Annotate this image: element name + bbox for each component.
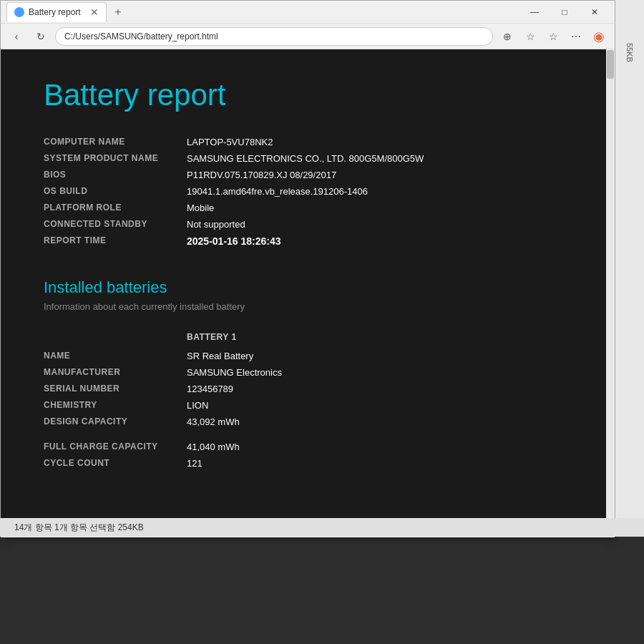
info-row-computer-name: COMPUTER NAME LAPTOP-5VU78NK2 [44, 134, 572, 150]
battery-row-design-capacity: DESIGN CAPACITY 43,092 mWh [44, 414, 572, 430]
more-options-icon[interactable]: ⋯ [566, 26, 586, 47]
browser-window: Battery report ✕ + — □ ✕ ‹ ↻ C:/Users/SA… [0, 0, 615, 537]
battery-header-row: BATTERY 1 [44, 329, 572, 348]
value-chemistry: LION [187, 400, 572, 411]
favorites-icon[interactable]: ☆ [520, 26, 540, 47]
status-bar-text: 14개 항목 1개 항목 선택함 254KB [14, 522, 144, 534]
battery-row-serial: SERIAL NUMBER 123456789 [44, 381, 572, 397]
refresh-button[interactable]: ↻ [31, 26, 51, 47]
label-connected-standby: CONNECTED STANDBY [44, 219, 187, 230]
value-report-time: 2025-01-16 18:26:43 [187, 235, 572, 247]
system-info-table: COMPUTER NAME LAPTOP-5VU78NK2 SYSTEM PRO… [44, 134, 572, 250]
profile-icon[interactable]: ◉ [589, 26, 609, 47]
section-title-batteries: Installed batteries [44, 278, 572, 297]
label-computer-name: COMPUTER NAME [44, 137, 187, 147]
tab-label: Battery report [29, 7, 81, 17]
info-row-report-time: REPORT TIME 2025-01-16 18:26:43 [44, 233, 572, 250]
tab-area: Battery report ✕ + [6, 1, 520, 23]
label-system-product: SYSTEM PRODUCT NAME [44, 153, 187, 164]
address-bar[interactable]: C:/Users/SAMSUNG/battery_report.html [55, 27, 493, 46]
battery-row-name: NAME SR Real Battery [44, 348, 572, 364]
window-controls: — □ ✕ [520, 1, 609, 24]
info-row-connected-standby: CONNECTED STANDBY Not supported [44, 216, 572, 233]
maximize-button[interactable]: □ [550, 1, 579, 24]
minimize-button[interactable]: — [520, 1, 549, 24]
info-row-system-product: SYSTEM PRODUCT NAME SAMSUNG ELECTRONICS … [44, 150, 572, 167]
label-cycle-count: CYCLE COUNT [44, 458, 187, 469]
value-bios: P11RDV.075.170829.XJ 08/29/2017 [187, 170, 572, 180]
label-manufacturer: MANUFACTURER [44, 367, 187, 378]
label-platform-role: PLATFORM ROLE [44, 203, 187, 213]
value-manufacturer: SAMSUNG Electronics [187, 367, 572, 378]
value-platform-role: Mobile [187, 203, 572, 213]
label-design-capacity: DESIGN CAPACITY [44, 416, 187, 427]
close-button[interactable]: ✕ [580, 1, 609, 24]
value-battery-name: SR Real Battery [187, 351, 572, 361]
info-row-platform-role: PLATFORM ROLE Mobile [44, 200, 572, 216]
battery-header-spacer [44, 332, 187, 342]
tab-favicon [14, 7, 24, 17]
title-bar: Battery report ✕ + — □ ✕ [1, 1, 615, 24]
side-panel: 55KB [615, 0, 644, 537]
label-report-time: REPORT TIME [44, 235, 187, 247]
label-bios: BIOS [44, 170, 187, 180]
side-panel-text: 55KB [625, 43, 634, 62]
label-battery-name: NAME [44, 351, 187, 361]
value-connected-standby: Not supported [187, 219, 572, 230]
collections-icon[interactable]: ⊕ [497, 26, 517, 47]
label-full-charge: FULL CHARGE CAPACITY [44, 441, 187, 452]
scrollbar-track[interactable] [606, 49, 615, 522]
battery-row-manufacturer: MANUFACTURER SAMSUNG Electronics [44, 364, 572, 381]
new-tab-button[interactable]: + [109, 4, 127, 21]
label-serial-number: SERIAL NUMBER [44, 384, 187, 394]
value-cycle-count: 121 [187, 458, 572, 469]
label-os-build: OS BUILD [44, 186, 187, 197]
battery-table: BATTERY 1 NAME SR Real Battery MANUFACTU… [44, 329, 572, 472]
value-system-product: SAMSUNG ELECTRONICS CO., LTD. 800G5M/800… [187, 153, 572, 164]
active-tab[interactable]: Battery report ✕ [6, 2, 107, 22]
info-row-os-build: OS BUILD 19041.1.amd64fre.vb_release.191… [44, 183, 572, 200]
battery-1-header: BATTERY 1 [187, 332, 237, 342]
value-computer-name: LAPTOP-5VU78NK2 [187, 137, 572, 147]
reading-list-icon[interactable]: ☆ [543, 26, 563, 47]
nav-bar: ‹ ↻ C:/Users/SAMSUNG/battery_report.html… [1, 24, 615, 49]
battery-row-full-charge: FULL CHARGE CAPACITY 41,040 mWh [44, 439, 572, 455]
toolbar-icons: ⊕ ☆ ☆ ⋯ ◉ [497, 26, 609, 47]
back-button[interactable]: ‹ [6, 26, 26, 47]
label-chemistry: CHEMISTRY [44, 400, 187, 411]
info-row-bios: BIOS P11RDV.075.170829.XJ 08/29/2017 [44, 167, 572, 183]
battery-row-chemistry: CHEMISTRY LION [44, 397, 572, 414]
battery-section: Installed batteries Information about ea… [44, 278, 572, 472]
page-title: Battery report [44, 78, 572, 112]
desktop: Battery report ✕ + — □ ✕ ‹ ↻ C:/Users/SA… [0, 0, 644, 644]
tab-close-button[interactable]: ✕ [90, 6, 99, 18]
address-text: C:/Users/SAMSUNG/battery_report.html [64, 31, 218, 42]
screen-status-bar: 14개 항목 1개 항목 선택함 254KB [0, 518, 644, 537]
section-subtitle-batteries: Information about each currently install… [44, 301, 572, 312]
page-content: Battery report COMPUTER NAME LAPTOP-5VU7… [1, 49, 615, 522]
value-full-charge: 41,040 mWh [187, 441, 572, 452]
value-design-capacity: 43,092 mWh [187, 416, 572, 427]
scrollbar-thumb[interactable] [607, 50, 614, 79]
value-os-build: 19041.1.amd64fre.vb_release.191206-1406 [187, 186, 572, 197]
value-serial-number: 123456789 [187, 384, 572, 394]
battery-row-cycle-count: CYCLE COUNT 121 [44, 455, 572, 472]
